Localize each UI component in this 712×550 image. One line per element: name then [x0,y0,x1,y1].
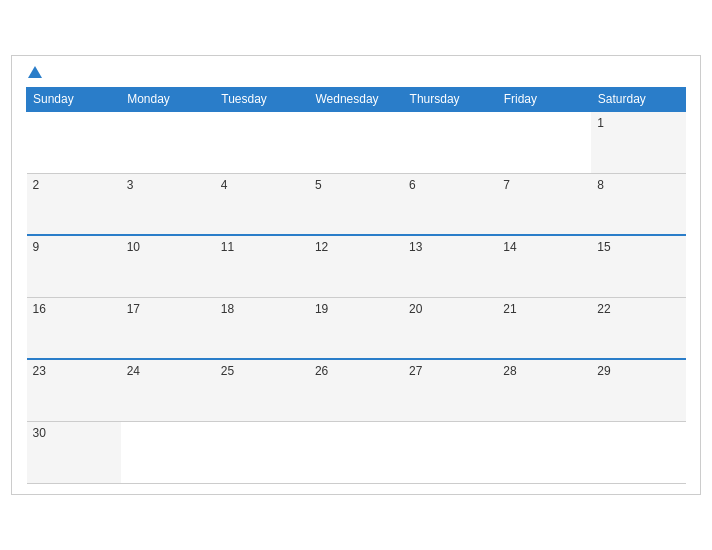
calendar-week-row: 9101112131415 [27,235,686,297]
calendar-day-cell: 22 [591,297,685,359]
calendar-day-cell: 12 [309,235,403,297]
day-number: 17 [127,302,140,316]
calendar-container: SundayMondayTuesdayWednesdayThursdayFrid… [11,55,701,495]
weekday-header: Tuesday [215,88,309,112]
calendar-day-cell: 14 [497,235,591,297]
calendar-day-cell: 23 [27,359,121,421]
day-number: 19 [315,302,328,316]
weekday-header: Wednesday [309,88,403,112]
day-number: 3 [127,178,134,192]
day-number: 7 [503,178,510,192]
day-number: 11 [221,240,234,254]
day-number: 21 [503,302,516,316]
day-number: 24 [127,364,140,378]
day-number: 10 [127,240,140,254]
day-number: 4 [221,178,228,192]
calendar-day-cell [215,421,309,483]
calendar-day-cell: 6 [403,173,497,235]
calendar-day-cell [309,421,403,483]
calendar-day-cell: 9 [27,235,121,297]
day-number: 12 [315,240,328,254]
calendar-day-cell: 16 [27,297,121,359]
calendar-day-cell [27,111,121,173]
weekday-header: Saturday [591,88,685,112]
day-number: 9 [33,240,40,254]
calendar-day-cell: 15 [591,235,685,297]
calendar-day-cell: 17 [121,297,215,359]
calendar-day-cell: 25 [215,359,309,421]
weekday-header: Monday [121,88,215,112]
calendar-day-cell: 30 [27,421,121,483]
calendar-day-cell: 24 [121,359,215,421]
calendar-day-cell: 27 [403,359,497,421]
calendar-day-cell: 26 [309,359,403,421]
day-number: 22 [597,302,610,316]
logo-triangle-icon [28,66,42,78]
day-number: 6 [409,178,416,192]
calendar-day-cell [121,111,215,173]
calendar-day-cell [403,111,497,173]
calendar-day-cell: 1 [591,111,685,173]
calendar-day-cell: 7 [497,173,591,235]
day-number: 26 [315,364,328,378]
calendar-day-cell: 28 [497,359,591,421]
calendar-day-cell: 21 [497,297,591,359]
day-number: 18 [221,302,234,316]
weekday-header: Thursday [403,88,497,112]
day-number: 20 [409,302,422,316]
calendar-week-row: 1 [27,111,686,173]
day-number: 13 [409,240,422,254]
calendar-week-row: 23242526272829 [27,359,686,421]
weekday-header: Friday [497,88,591,112]
calendar-day-cell [591,421,685,483]
calendar-day-cell [309,111,403,173]
calendar-weekdays: SundayMondayTuesdayWednesdayThursdayFrid… [27,88,686,112]
calendar-header [26,66,686,79]
calendar-day-cell [497,111,591,173]
day-number: 1 [597,116,604,130]
day-number: 23 [33,364,46,378]
calendar-week-row: 30 [27,421,686,483]
day-number: 27 [409,364,422,378]
calendar-week-row: 2345678 [27,173,686,235]
weekday-header: Sunday [27,88,121,112]
calendar-day-cell: 2 [27,173,121,235]
calendar-day-cell [215,111,309,173]
calendar-day-cell: 5 [309,173,403,235]
day-number: 5 [315,178,322,192]
calendar-day-cell: 20 [403,297,497,359]
calendar-day-cell [497,421,591,483]
calendar-day-cell: 19 [309,297,403,359]
day-number: 28 [503,364,516,378]
logo [26,66,42,79]
day-number: 29 [597,364,610,378]
calendar-week-row: 16171819202122 [27,297,686,359]
calendar-day-cell: 8 [591,173,685,235]
day-number: 2 [33,178,40,192]
calendar-day-cell: 3 [121,173,215,235]
day-number: 30 [33,426,46,440]
calendar-day-cell [403,421,497,483]
day-number: 8 [597,178,604,192]
day-number: 25 [221,364,234,378]
day-number: 14 [503,240,516,254]
calendar-day-cell: 10 [121,235,215,297]
calendar-body: 1234567891011121314151617181920212223242… [27,111,686,483]
day-number: 15 [597,240,610,254]
calendar-day-cell: 18 [215,297,309,359]
calendar-day-cell: 11 [215,235,309,297]
calendar-day-cell [121,421,215,483]
calendar-day-cell: 13 [403,235,497,297]
logo-general [26,66,42,79]
calendar-day-cell: 29 [591,359,685,421]
calendar-day-cell: 4 [215,173,309,235]
day-number: 16 [33,302,46,316]
calendar-grid: SundayMondayTuesdayWednesdayThursdayFrid… [26,87,686,484]
